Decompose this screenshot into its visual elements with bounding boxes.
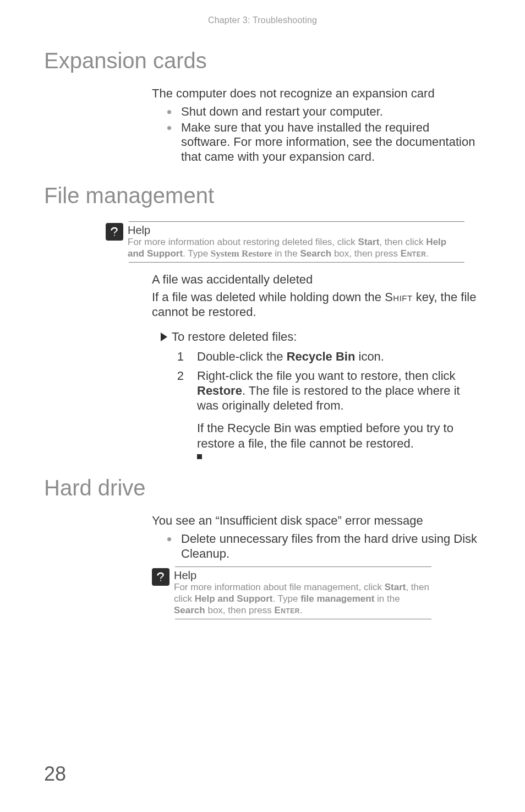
steps-heading-text: To restore deleted files: xyxy=(172,330,297,344)
step-text: Double-click the Recycle Bin icon. xyxy=(197,350,384,364)
bullet-text: Delete unnecessary files from the hard d… xyxy=(181,532,481,562)
help-title: Help xyxy=(174,569,431,582)
help-text: Help For more information about restorin… xyxy=(128,224,464,259)
filemgmt-block: A file was accidentally deleted If a fil… xyxy=(152,273,481,459)
end-of-procedure-icon xyxy=(197,454,202,459)
list-item: Delete unnecessary files from the hard d… xyxy=(152,532,481,562)
help-question-icon xyxy=(106,223,123,241)
divider xyxy=(175,566,431,567)
bullet-icon xyxy=(167,126,171,130)
divider xyxy=(175,619,431,619)
list-item: Make sure that you have installed the re… xyxy=(152,121,481,165)
help-callout: Help For more information about restorin… xyxy=(106,221,464,262)
divider xyxy=(129,221,464,222)
help-body: For more information about file manageme… xyxy=(174,582,431,616)
running-head: Chapter 3: Troubleshooting xyxy=(44,0,481,25)
page-number: 28 xyxy=(44,762,66,786)
bullet-icon xyxy=(167,537,171,541)
filemgmt-body: If a file was deleted while holding down… xyxy=(152,290,481,320)
help-question-icon xyxy=(152,568,169,586)
triangle-icon xyxy=(161,333,167,341)
steps-heading: To restore deleted files: xyxy=(152,330,481,344)
list-item: 2 Right-click the file you want to resto… xyxy=(174,369,481,413)
step-number: 2 xyxy=(174,369,184,413)
heading-hard-drive: Hard drive xyxy=(44,476,481,500)
expansion-bullets: Shut down and restart your computer. Mak… xyxy=(152,105,481,165)
heading-expansion-cards: Expansion cards xyxy=(44,48,481,73)
filemgmt-subhead: A file was accidentally deleted xyxy=(152,273,481,287)
bullet-text: Shut down and restart your computer. xyxy=(181,105,383,119)
expansion-block: The computer does not recognize an expan… xyxy=(152,86,481,165)
harddrive-subhead: You see an “Insufficient disk space” err… xyxy=(152,514,481,528)
bullet-icon xyxy=(167,110,171,114)
help-title: Help xyxy=(128,224,464,237)
page: Chapter 3: Troubleshooting Expansion car… xyxy=(0,0,525,812)
list-item: 1 Double-click the Recycle Bin icon. xyxy=(174,350,481,364)
divider xyxy=(129,262,464,263)
list-item: Shut down and restart your computer. xyxy=(152,105,481,119)
help-callout: Help For more information about file man… xyxy=(152,566,431,619)
harddrive-block: You see an “Insufficient disk space” err… xyxy=(152,514,481,561)
help-body: For more information about restoring del… xyxy=(128,237,464,259)
harddrive-bullets: Delete unnecessary files from the hard d… xyxy=(152,532,481,562)
bullet-text: Make sure that you have installed the re… xyxy=(181,121,481,165)
heading-file-management: File management xyxy=(44,183,481,208)
step-tail-note: If the Recycle Bin was emptied before yo… xyxy=(197,421,481,451)
step-number: 1 xyxy=(174,350,184,364)
help-text: Help For more information about file man… xyxy=(174,569,431,616)
steps-list: 1 Double-click the Recycle Bin icon. 2 R… xyxy=(174,350,481,413)
expansion-subhead: The computer does not recognize an expan… xyxy=(152,86,481,101)
step-text: Right-click the file you want to restore… xyxy=(197,369,481,413)
